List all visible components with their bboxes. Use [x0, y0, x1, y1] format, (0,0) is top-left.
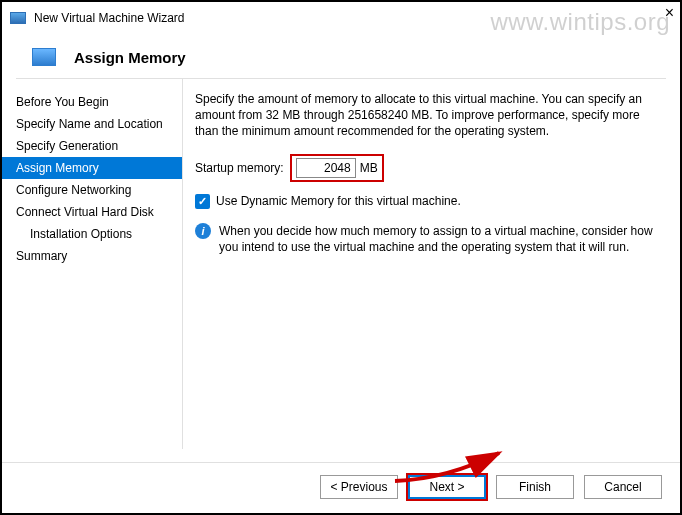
step-installation-options[interactable]: Installation Options	[2, 223, 182, 245]
startup-memory-highlight: MB	[290, 154, 384, 182]
info-text: When you decide how much memory to assig…	[219, 223, 660, 255]
wizard-footer: < Previous Next > Finish Cancel	[2, 462, 680, 513]
previous-button[interactable]: < Previous	[320, 475, 398, 499]
step-assign-memory[interactable]: Assign Memory	[2, 157, 182, 179]
step-connect-vhd[interactable]: Connect Virtual Hard Disk	[2, 201, 182, 223]
info-row: i When you decide how much memory to ass…	[195, 223, 660, 255]
titlebar: New Virtual Machine Wizard ×	[2, 2, 680, 30]
page-title: Assign Memory	[74, 49, 186, 66]
startup-memory-label: Startup memory:	[195, 161, 284, 175]
app-icon	[10, 12, 26, 24]
dynamic-memory-row[interactable]: ✓ Use Dynamic Memory for this virtual ma…	[195, 194, 660, 209]
startup-memory-input[interactable]	[296, 158, 356, 178]
step-before-you-begin[interactable]: Before You Begin	[2, 91, 182, 113]
startup-memory-row: Startup memory: MB	[195, 154, 660, 182]
description-text: Specify the amount of memory to allocate…	[195, 91, 660, 140]
info-icon: i	[195, 223, 211, 239]
step-configure-networking[interactable]: Configure Networking	[2, 179, 182, 201]
wizard-body: Before You Begin Specify Name and Locati…	[2, 79, 680, 449]
step-summary[interactable]: Summary	[2, 245, 182, 267]
close-icon[interactable]: ×	[665, 4, 674, 22]
step-specify-name[interactable]: Specify Name and Location	[2, 113, 182, 135]
cancel-button[interactable]: Cancel	[584, 475, 662, 499]
page-header: Assign Memory	[2, 30, 680, 78]
header-icon	[32, 48, 56, 66]
startup-memory-unit: MB	[360, 161, 378, 175]
dynamic-memory-label: Use Dynamic Memory for this virtual mach…	[216, 194, 461, 208]
window-title: New Virtual Machine Wizard	[34, 11, 185, 25]
next-button[interactable]: Next >	[408, 475, 486, 499]
wizard-content: Specify the amount of memory to allocate…	[182, 79, 680, 449]
finish-button[interactable]: Finish	[496, 475, 574, 499]
wizard-steps-sidebar: Before You Begin Specify Name and Locati…	[2, 79, 182, 449]
dynamic-memory-checkbox[interactable]: ✓	[195, 194, 210, 209]
step-specify-generation[interactable]: Specify Generation	[2, 135, 182, 157]
